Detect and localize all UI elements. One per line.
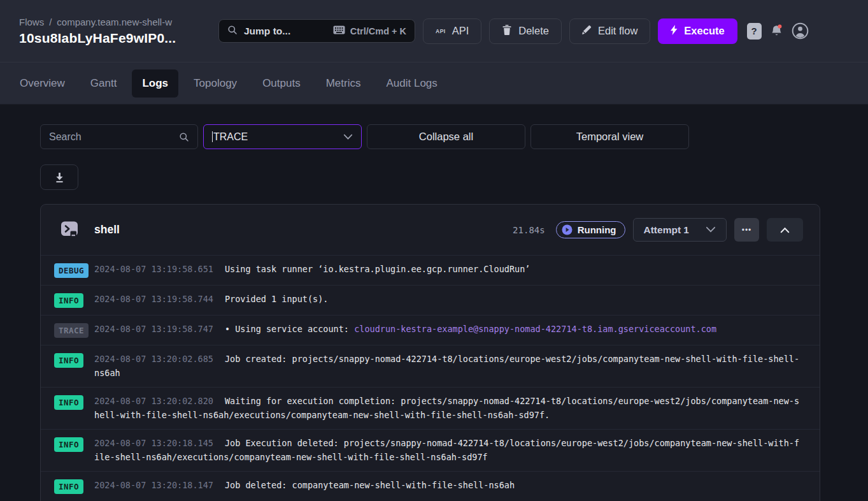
log-text: 2024-08-07 13:20:02.820Waiting for execu… <box>94 395 800 422</box>
app-root: Flows / company.team.new-shell-w 10su8Ia… <box>0 0 868 501</box>
log-row: DEBUG 2024-08-07 13:19:58.651Using task … <box>41 255 820 285</box>
collapse-all-button[interactable]: Collapse all <box>367 124 525 149</box>
temporal-view-button[interactable]: Temporal view <box>530 124 689 149</box>
log-timestamp: 2024-08-07 13:20:18.147 <box>94 480 213 490</box>
text-cursor <box>212 131 213 142</box>
top-header: Flows / company.team.new-shell-w 10su8Ia… <box>0 0 868 62</box>
jump-to-shortcut: Ctrl/Cmd + K <box>333 25 406 36</box>
log-timestamp: 2024-08-07 13:20:02.820 <box>94 396 213 406</box>
tab-label: Audit Logs <box>386 77 437 89</box>
jump-to-search[interactable]: Jump to... Ctrl/Cmd + K <box>218 19 415 43</box>
download-icon <box>53 171 66 184</box>
delete-button-label: Delete <box>518 25 549 37</box>
log-level-column: INFO <box>54 479 94 494</box>
breadcrumb: Flows / company.team.new-shell-w <box>19 17 218 27</box>
tab-audit-logs[interactable]: Audit Logs <box>376 69 447 98</box>
search-icon <box>227 25 238 38</box>
task-log-card: shell 21.84s Running Attempt 1 • <box>40 204 820 501</box>
tab-label: Outputs <box>262 77 301 89</box>
log-timestamp: 2024-08-07 13:20:18.145 <box>94 438 213 448</box>
log-text: 2024-08-07 13:19:58.747• Using service a… <box>94 323 800 337</box>
log-level-select[interactable]: TRACE <box>203 124 362 149</box>
shortcut-label: Ctrl/Cmd + K <box>350 26 406 36</box>
more-options-button[interactable]: ••• <box>734 218 759 242</box>
status-label: Running <box>578 224 616 235</box>
shell-task-icon <box>60 219 79 241</box>
tab-outputs[interactable]: Outputs <box>252 69 311 98</box>
log-timestamp: 2024-08-07 13:19:58.744 <box>94 294 213 304</box>
ellipsis-icon: ••• <box>742 226 752 235</box>
log-level-column: TRACE <box>54 323 94 338</box>
log-message: Provided 1 input(s). <box>225 294 329 304</box>
log-text: 2024-08-07 13:19:58.651Using task runner… <box>94 263 800 277</box>
download-logs-button[interactable] <box>40 164 78 190</box>
log-level-column: INFO <box>54 293 94 308</box>
chevron-down-icon <box>706 226 716 233</box>
lightning-icon <box>671 25 678 38</box>
tab-logs[interactable]: Logs <box>132 69 178 98</box>
api-button[interactable]: API API <box>423 18 481 44</box>
chevron-down-icon <box>343 134 353 140</box>
log-level-column: DEBUG <box>54 263 94 278</box>
status-badge[interactable]: Running <box>556 221 625 238</box>
edit-flow-button-label: Edit flow <box>598 25 637 37</box>
tab-bar: Overview Gantt Logs Topology Outputs Met… <box>0 62 868 105</box>
breadcrumb-flows[interactable]: Flows <box>19 17 44 27</box>
keyboard-icon <box>333 25 345 36</box>
log-message: Using task runner ‘io.kestra.plugin.ee.g… <box>225 264 530 274</box>
chevron-up-icon <box>780 227 790 233</box>
breadcrumb-separator: / <box>49 17 52 27</box>
tab-label: Metrics <box>326 77 361 89</box>
tab-topology[interactable]: Topology <box>183 69 247 98</box>
tab-overview[interactable]: Overview <box>10 69 75 98</box>
tab-gantt[interactable]: Gantt <box>80 69 127 98</box>
edit-flow-button[interactable]: Edit flow <box>569 18 650 44</box>
attempt-select[interactable]: Attempt 1 <box>633 218 727 242</box>
log-timestamp: 2024-08-07 13:19:58.747 <box>94 324 213 334</box>
tab-label: Topology <box>194 77 237 89</box>
notifications-bell-icon[interactable] <box>770 24 783 38</box>
search-icon <box>179 132 189 142</box>
log-link[interactable]: cloudrun-kestra-example@snappy-nomad-422… <box>354 324 716 334</box>
log-row: TRACE 2024-08-07 13:19:58.747• Using ser… <box>41 315 820 345</box>
collapse-panel-button[interactable] <box>767 218 803 242</box>
task-duration: 21.84s <box>513 225 545 235</box>
search-input-placeholder: Search <box>49 131 82 143</box>
log-row: INFO 2024-08-07 13:20:02.820Waiting for … <box>41 387 820 429</box>
execute-button[interactable]: Execute <box>658 18 737 44</box>
tab-metrics[interactable]: Metrics <box>316 69 371 98</box>
api-button-label: API <box>452 25 469 37</box>
breadcrumb-flow-id[interactable]: company.team.new-shell-w <box>57 17 172 27</box>
log-level-value: TRACE <box>213 131 248 143</box>
title-block: Flows / company.team.new-shell-w 10su8Ia… <box>19 17 218 46</box>
task-card-controls: 21.84s Running Attempt 1 ••• <box>513 218 803 242</box>
play-circle-icon <box>562 224 573 235</box>
jump-to-placeholder: Jump to... <box>244 25 290 37</box>
log-text: 2024-08-07 13:20:18.147Job deleted: comp… <box>94 479 800 493</box>
log-row: INFO 2024-08-07 13:19:58.744Provided 1 i… <box>41 285 820 315</box>
log-timestamp: 2024-08-07 13:19:58.651 <box>94 264 213 274</box>
help-icon[interactable]: ? <box>747 23 762 40</box>
log-level-column: INFO <box>54 395 94 410</box>
tab-label: Gantt <box>90 77 117 89</box>
tab-label: Overview <box>20 77 65 89</box>
delete-button[interactable]: Delete <box>489 18 562 44</box>
log-message: • Using service account: cloudrun-kestra… <box>225 324 716 334</box>
execute-button-label: Execute <box>684 25 724 37</box>
task-card-header: shell 21.84s Running Attempt 1 • <box>41 205 820 255</box>
log-timestamp: 2024-08-07 13:20:02.685 <box>94 354 213 364</box>
log-level-badge: DEBUG <box>54 263 89 278</box>
log-level-badge: INFO <box>54 395 83 410</box>
user-avatar-icon[interactable] <box>792 22 809 40</box>
log-row: INFO 2024-08-07 13:20:02.685Job created:… <box>41 345 820 387</box>
help-glyph: ? <box>751 25 757 36</box>
log-text: 2024-08-07 13:20:02.685Job created: proj… <box>94 352 800 380</box>
tab-label: Logs <box>142 77 168 89</box>
log-level-badge: INFO <box>54 437 83 452</box>
search-input[interactable]: Search <box>40 124 198 149</box>
task-name: shell <box>94 223 120 236</box>
log-list: DEBUG 2024-08-07 13:19:58.651Using task … <box>41 255 820 501</box>
log-text: 2024-08-07 13:20:18.145Job Execution del… <box>94 437 800 464</box>
collapse-all-label: Collapse all <box>419 131 473 143</box>
log-message: Job deleted: companyteam-new-shell-with-… <box>225 480 515 490</box>
